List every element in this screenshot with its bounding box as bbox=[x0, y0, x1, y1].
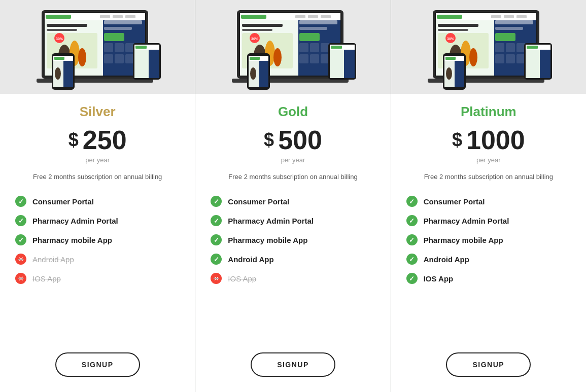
svg-rect-81 bbox=[331, 46, 342, 49]
svg-point-120 bbox=[446, 67, 452, 80]
svg-rect-11 bbox=[47, 24, 87, 27]
svg-rect-116 bbox=[445, 57, 456, 60]
per-year-platinum: per year bbox=[476, 156, 501, 164]
list-item: ✓IOS App bbox=[406, 269, 571, 288]
svg-rect-39 bbox=[134, 50, 149, 78]
card-image-gold: 30% bbox=[195, 0, 390, 94]
svg-rect-23 bbox=[104, 54, 113, 63]
svg-rect-52 bbox=[308, 15, 318, 18]
pricing-container: 30% Silver $ 250 per yearFree 2 months s… bbox=[0, 0, 586, 392]
per-year-silver: per year bbox=[85, 156, 110, 164]
check-icon: ✓ bbox=[211, 196, 222, 207]
svg-rect-125 bbox=[526, 50, 540, 78]
svg-rect-38 bbox=[135, 46, 147, 49]
check-icon: ✓ bbox=[406, 234, 418, 245]
svg-rect-83 bbox=[344, 50, 355, 78]
svg-rect-60 bbox=[299, 20, 337, 24]
billing-info-silver: Free 2 months subscription on annual bil… bbox=[23, 173, 172, 181]
plan-name-platinum: Platinum bbox=[461, 104, 516, 120]
svg-rect-103 bbox=[495, 20, 533, 24]
svg-rect-61 bbox=[299, 27, 327, 30]
list-item: ✓Consumer Portal bbox=[211, 192, 375, 211]
feature-label-gold-1: Pharmacy Admin Portal bbox=[228, 217, 314, 225]
pricing-card-gold: 30% Gold $ 500 per yearFree 2 months sub… bbox=[195, 0, 390, 392]
list-item: ✓Pharmacy Admin Portal bbox=[211, 211, 375, 230]
svg-rect-51 bbox=[295, 15, 305, 18]
cross-icon: ✕ bbox=[15, 254, 26, 265]
pricing-card-platinum: 30% Platinum $ 1000 per yearFree 2 month… bbox=[391, 0, 586, 392]
plan-name-gold: Gold bbox=[278, 104, 308, 120]
list-item: ✓Android App bbox=[211, 250, 375, 269]
mockup-svg-silver: 30% bbox=[21, 3, 174, 91]
svg-rect-109 bbox=[495, 54, 504, 63]
cross-icon: ✕ bbox=[15, 273, 26, 284]
feature-label-gold-3: Android App bbox=[228, 255, 273, 264]
svg-rect-50 bbox=[241, 15, 266, 19]
plan-price-gold: $ 500 bbox=[264, 125, 322, 155]
svg-rect-124 bbox=[527, 46, 538, 49]
svg-rect-126 bbox=[540, 50, 550, 78]
price-value-silver: 250 bbox=[83, 125, 127, 155]
svg-rect-24 bbox=[115, 54, 124, 63]
price-symbol-silver: $ bbox=[68, 129, 79, 151]
svg-rect-8 bbox=[100, 15, 110, 18]
signup-button-silver[interactable]: SIGNUP bbox=[55, 352, 140, 377]
svg-rect-10 bbox=[125, 15, 135, 18]
features-list-silver: ✓Consumer Portal✓Pharmacy Admin Portal✓P… bbox=[0, 192, 195, 288]
list-item: ✓Consumer Portal bbox=[406, 192, 571, 211]
list-item: ✓Pharmacy Admin Portal bbox=[406, 211, 571, 230]
feature-label-silver-3: Android App bbox=[32, 255, 74, 264]
svg-rect-40 bbox=[149, 50, 159, 78]
cross-icon: ✕ bbox=[211, 273, 222, 284]
feature-label-gold-2: Pharmacy mobile App bbox=[228, 236, 307, 244]
list-item: ✓Pharmacy mobile App bbox=[211, 230, 375, 250]
svg-rect-107 bbox=[506, 43, 515, 52]
feature-label-gold-4: IOS App bbox=[228, 274, 256, 283]
feature-label-silver-4: IOS App bbox=[32, 274, 61, 283]
svg-rect-98 bbox=[438, 29, 468, 31]
billing-info-platinum: Free 2 months subscription on annual bil… bbox=[414, 173, 563, 181]
svg-rect-54 bbox=[242, 24, 283, 27]
svg-rect-110 bbox=[506, 54, 515, 63]
check-icon: ✓ bbox=[406, 196, 418, 207]
svg-rect-18 bbox=[104, 27, 132, 30]
feature-label-platinum-1: Pharmacy Admin Portal bbox=[424, 217, 509, 225]
price-symbol-platinum: $ bbox=[452, 129, 462, 151]
svg-rect-66 bbox=[299, 54, 308, 63]
svg-point-59 bbox=[273, 48, 282, 66]
price-value-platinum: 1000 bbox=[466, 125, 525, 155]
svg-rect-64 bbox=[310, 43, 319, 52]
plan-price-platinum: $ 1000 bbox=[452, 125, 525, 155]
check-icon: ✓ bbox=[15, 215, 26, 226]
features-list-gold: ✓Consumer Portal✓Pharmacy Admin Portal✓P… bbox=[195, 192, 390, 288]
svg-rect-55 bbox=[242, 29, 272, 31]
check-icon: ✓ bbox=[211, 254, 222, 265]
svg-rect-76 bbox=[259, 61, 268, 87]
svg-rect-20 bbox=[104, 43, 113, 52]
svg-point-102 bbox=[469, 48, 477, 66]
list-item: ✓Pharmacy mobile App bbox=[15, 230, 180, 250]
svg-rect-21 bbox=[115, 43, 124, 52]
check-icon: ✓ bbox=[406, 254, 418, 265]
per-year-gold: per year bbox=[281, 156, 305, 164]
list-item: ✕IOS App bbox=[211, 269, 375, 288]
svg-rect-82 bbox=[330, 50, 344, 78]
svg-text:30%: 30% bbox=[56, 37, 63, 41]
svg-rect-33 bbox=[63, 61, 73, 87]
card-image-platinum: 30% bbox=[391, 0, 586, 94]
check-icon: ✓ bbox=[211, 234, 222, 245]
svg-rect-30 bbox=[54, 57, 64, 60]
check-icon: ✓ bbox=[406, 215, 418, 226]
svg-rect-96 bbox=[516, 15, 527, 18]
signup-button-platinum[interactable]: SIGNUP bbox=[446, 352, 531, 377]
svg-rect-7 bbox=[46, 15, 71, 19]
check-icon: ✓ bbox=[15, 196, 26, 207]
svg-rect-106 bbox=[495, 43, 504, 52]
card-image-silver: 30% bbox=[0, 0, 195, 94]
signup-button-gold[interactable]: SIGNUP bbox=[251, 352, 335, 377]
list-item: ✓Pharmacy Admin Portal bbox=[15, 211, 180, 230]
check-icon: ✓ bbox=[15, 234, 26, 245]
svg-point-16 bbox=[78, 48, 86, 66]
svg-rect-95 bbox=[504, 15, 514, 18]
billing-info-gold: Free 2 months subscription on annual bil… bbox=[218, 173, 367, 181]
